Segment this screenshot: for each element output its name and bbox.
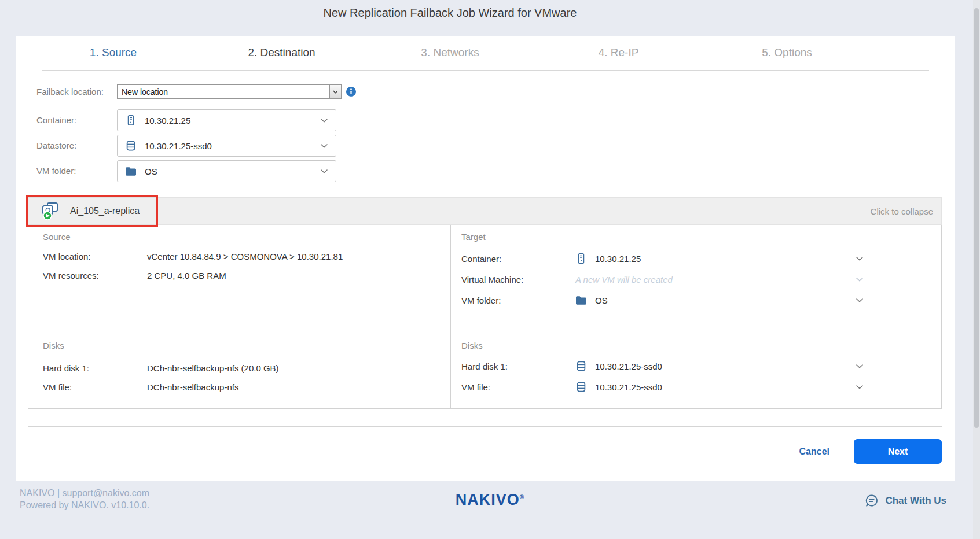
vm-replica-icon [40,202,61,220]
scrollbar-thumb[interactable] [974,8,979,428]
source-header: Source [43,232,71,242]
container-value: 10.30.21.25 [145,116,321,125]
folder-icon [575,296,587,305]
page-scrollbar[interactable] [973,0,980,539]
vm-location-label: VM location: [43,250,147,263]
chevron-down-icon [856,385,863,389]
chat-label: Chat With Us [885,495,946,507]
actions-divider [28,426,942,427]
chevron-down-icon [333,90,338,94]
datastore-icon [125,140,137,152]
datastore-icon [575,360,587,372]
replica-details-panel: Source VM location: vCenter 10.84.84.9 >… [28,225,942,409]
target-vm-file-value: 10.30.21.25-ssd0 [595,382,662,392]
chevron-down-icon [856,364,863,368]
chevron-down-icon [856,298,863,302]
cancel-button[interactable]: Cancel [799,446,829,457]
step-reip[interactable]: 4. Re-IP [534,36,703,69]
vm-location-row: VM location: vCenter 10.84.84.9 > COSMON… [43,250,343,263]
target-container-value: 10.30.21.25 [595,254,641,264]
source-hard-disk-label: Hard disk 1: [43,362,147,375]
target-vm-label: Virtual Machine: [461,275,575,285]
datastore-dropdown[interactable]: 10.30.21.25-ssd0 [117,135,336,157]
failback-location-value: New location [118,87,329,97]
vm-folder-label: VM folder: [36,164,76,178]
target-header: Target [461,232,486,242]
chevron-down-icon [856,278,863,282]
target-hard-disk-value: 10.30.21.25-ssd0 [595,361,662,371]
vm-resources-row: VM resources: 2 CPU, 4.0 GB RAM [43,270,226,282]
collapse-hint: Click to collapse [871,206,933,216]
source-vm-file-row: VM file: DCh-nbr-selfbackup-nfs [43,381,238,394]
vm-folder-dropdown[interactable]: OS [117,160,336,182]
step-options[interactable]: 5. Options [703,36,871,69]
container-dropdown[interactable]: 10.30.21.25 [117,109,336,131]
host-server-icon [125,115,137,126]
wizard-steps: 1. Source 2. Destination 3. Networks 4. … [29,36,871,69]
target-vm-dropdown[interactable]: Virtual Machine: A new VM will be create… [461,269,941,290]
failback-location-select[interactable]: New location [117,84,342,99]
target-vm-placeholder: A new VM will be created [575,275,673,285]
step-destination[interactable]: 2. Destination [197,36,366,69]
chevron-down-icon [321,119,328,123]
chevron-down-icon [321,169,328,173]
source-vm-file-value: DCh-nbr-selfbackup-nfs [147,381,238,394]
target-disks-header: Disks [461,341,483,350]
chat-with-us[interactable]: Chat With Us [864,493,946,508]
step-source[interactable]: 1. Source [29,36,197,69]
source-column: Source VM location: vCenter 10.84.84.9 >… [28,225,450,408]
info-icon[interactable] [346,87,356,97]
steps-divider [42,70,929,71]
actions-bar: Cancel Next [799,439,942,464]
chat-bubble-icon [864,493,879,508]
nakivo-logo: NAKIVO® [0,491,980,509]
nakivo-logo-text: NAKIVO [456,491,520,508]
select-arrow-button[interactable] [329,85,341,98]
target-vm-folder-value: OS [595,296,608,305]
datastore-icon [575,381,587,393]
target-hard-disk-label: Hard disk 1: [461,361,575,371]
target-container-label: Container: [461,254,575,264]
target-hard-disk-dropdown[interactable]: Hard disk 1: 10.30.21.25-ssd0 [461,356,941,376]
page-title: New Replication Failback Job Wizard for … [0,6,900,20]
source-vm-file-label: VM file: [43,381,147,394]
replica-row[interactable]: Ai_105_a-replica Click to collapse [28,197,942,225]
replica-name: Ai_105_a-replica [70,206,140,216]
datastore-label: Datastore: [36,139,76,153]
host-server-icon [575,253,587,264]
failback-location-label: Failback location: [36,85,104,99]
vm-folder-value: OS [145,167,321,176]
target-vm-file-label: VM file: [461,382,575,392]
container-label: Container: [36,113,76,127]
target-vm-folder-label: VM folder: [461,296,575,305]
target-vm-folder-dropdown[interactable]: VM folder: OS [461,290,941,311]
source-hard-disk-value: DCh-nbr-selfbackup-nfs (20.0 GB) [147,362,279,375]
chevron-down-icon [321,144,328,148]
vm-location-value: vCenter 10.84.84.9 > COSMONOVA > 10.30.2… [147,250,343,263]
wizard-card: 1. Source 2. Destination 3. Networks 4. … [16,36,955,481]
registered-mark: ® [520,494,524,500]
vm-resources-value: 2 CPU, 4.0 GB RAM [147,270,226,282]
source-hard-disk-row: Hard disk 1: DCh-nbr-selfbackup-nfs (20.… [43,362,279,375]
chevron-down-icon [856,257,863,261]
datastore-value: 10.30.21.25-ssd0 [145,141,321,151]
target-vm-file-dropdown[interactable]: VM file: 10.30.21.25-ssd0 [461,376,941,397]
target-column: Target Container: 10.30.21.25 Virtual Ma… [451,225,941,408]
vm-resources-label: VM resources: [43,270,147,282]
folder-icon [125,167,137,176]
step-networks[interactable]: 3. Networks [366,36,534,69]
target-container-dropdown[interactable]: Container: 10.30.21.25 [461,248,941,269]
source-disks-header: Disks [43,341,64,350]
next-button[interactable]: Next [854,439,942,464]
